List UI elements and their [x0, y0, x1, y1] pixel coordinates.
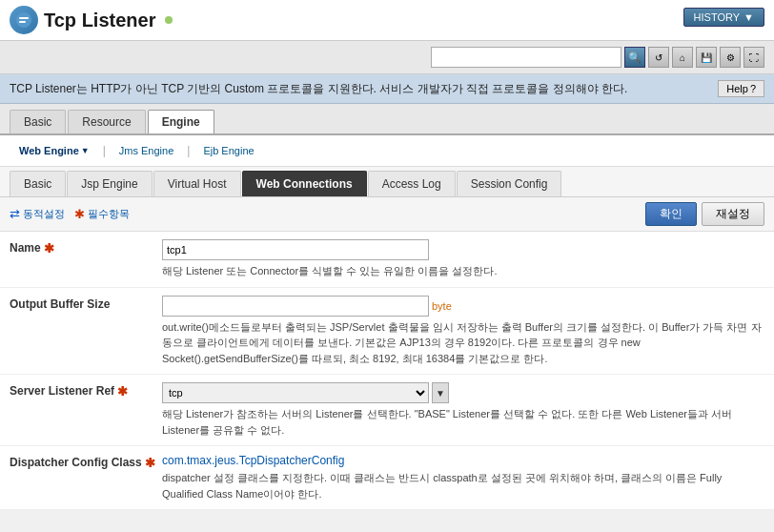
app-icon — [10, 6, 38, 34]
search-input[interactable] — [431, 47, 621, 68]
tab-separator-1: | — [103, 144, 106, 157]
output-buffer-size-label: Output Buffer Size — [10, 296, 162, 367]
engine-tabs: Web Engine ▼ | Jms Engine | Ejb Engine — [0, 135, 774, 167]
settings-button[interactable]: ⚙ — [720, 47, 741, 68]
confirm-button[interactable]: 확인 — [645, 202, 697, 226]
history-arrow-icon: ▼ — [743, 11, 754, 23]
sync-icon: ⇄ — [10, 207, 20, 221]
server-listener-label-text: Server Listener Ref — [10, 384, 114, 398]
tab-resource[interactable]: Resource — [68, 110, 145, 133]
dispatcher-config-value: com.tmax.jeus.TcpDispatcherConfig — [162, 454, 764, 467]
name-input[interactable] — [162, 239, 429, 260]
dispatcher-config-field: com.tmax.jeus.TcpDispatcherConfig dispat… — [162, 454, 764, 501]
dynamic-setting-label: 동적설정 — [23, 207, 65, 221]
jms-engine-label: Jms Engine — [119, 145, 173, 156]
help-icon: ? — [750, 83, 756, 94]
history-button[interactable]: HISTORY ▼ — [683, 8, 764, 27]
content-area: Name ✱ 해당 Listener 또는 Connector를 식별할 수 있… — [0, 232, 774, 510]
title-text: Tcp Listener — [44, 10, 155, 31]
search-bar: 🔍 ↺ ⌂ 💾 ⚙ ⛶ — [0, 41, 774, 74]
save-button[interactable]: 💾 — [696, 47, 717, 68]
dispatcher-config-description: dispatcher 설정 클래스를 지정한다. 이때 클래스는 반드시 cla… — [162, 470, 764, 501]
reset-button[interactable]: 재설정 — [702, 202, 764, 226]
output-buffer-field: byte out.write()메소드들로부터 출력되는 JSP/Servlet… — [162, 296, 764, 367]
wc-tab-jsp-engine[interactable]: Jsp Engine — [67, 171, 152, 196]
search-icon: 🔍 — [628, 51, 642, 64]
name-description: 해당 Listener 또는 Connector를 식별할 수 있는 유일한 이… — [162, 263, 764, 279]
help-button[interactable]: Help ? — [718, 80, 764, 97]
name-field: 해당 Listener 또는 Connector를 식별할 수 있는 유일한 이… — [162, 239, 764, 279]
required-fields-item[interactable]: ✱ 필수항목 — [74, 207, 130, 221]
dispatcher-config-label: Dispatcher Config Class ✱ — [10, 454, 162, 501]
expand-icon: ⛶ — [749, 52, 759, 63]
wc-tab-session-config[interactable]: Session Config — [457, 171, 562, 196]
svg-point-0 — [16, 12, 31, 28]
engine-tab-jms[interactable]: Jms Engine — [110, 141, 183, 160]
search-button[interactable]: 🔍 — [624, 47, 645, 68]
engine-tab-web[interactable]: Web Engine ▼ — [10, 141, 99, 160]
tab-separator-2: | — [187, 144, 190, 157]
toolbar: ⇄ 동적설정 ✱ 필수항목 확인 재설정 — [0, 197, 774, 232]
tab-basic[interactable]: Basic — [10, 110, 66, 133]
help-description: TCP Listener는 HTTP가 아닌 TCP 기반의 Custom 프로… — [10, 80, 708, 97]
output-buffer-input[interactable] — [162, 296, 429, 317]
server-listener-ref-label: Server Listener Ref ✱ — [10, 382, 162, 438]
tab-engine[interactable]: Engine — [148, 110, 214, 133]
dispatcher-required-star: ✱ — [145, 456, 155, 470]
byte-unit-label: byte — [432, 300, 452, 312]
save-icon: 💾 — [701, 52, 712, 63]
web-engine-arrow-icon: ▼ — [81, 146, 90, 155]
dispatcher-config-label-text: Dispatcher Config Class — [10, 456, 142, 469]
refresh-button[interactable]: ↺ — [648, 47, 669, 68]
dispatcher-config-class-row: Dispatcher Config Class ✱ com.tmax.jeus.… — [0, 446, 774, 510]
page-title: Tcp Listener — [10, 6, 173, 34]
expand-button[interactable]: ⛶ — [743, 47, 764, 68]
server-listener-field: tcp ▼ 해당 Listener가 참조하는 서버의 Listener를 선택… — [162, 382, 764, 438]
toolbar-left: ⇄ 동적설정 ✱ 필수항목 — [10, 207, 130, 221]
output-buffer-size-row: Output Buffer Size byte out.write()메소드들로… — [0, 288, 774, 376]
name-required-star: ✱ — [44, 241, 54, 256]
toolbar-right: 확인 재설정 — [645, 202, 764, 226]
server-listener-select[interactable]: tcp — [162, 382, 429, 403]
dynamic-setting-item[interactable]: ⇄ 동적설정 — [10, 207, 65, 221]
name-field-row: Name ✱ 해당 Listener 또는 Connector를 식별할 수 있… — [0, 232, 774, 288]
engine-tab-ejb[interactable]: Ejb Engine — [194, 141, 263, 160]
server-listener-required-star: ✱ — [117, 384, 128, 399]
help-bar: TCP Listener는 HTTP가 아닌 TCP 기반의 Custom 프로… — [0, 74, 774, 104]
web-connections-tabs: Basic Jsp Engine Virtual Host Web Connec… — [0, 167, 774, 197]
required-fields-label: 필수항목 — [88, 207, 130, 221]
settings-icon: ⚙ — [726, 52, 735, 63]
output-buffer-label-text: Output Buffer Size — [10, 297, 110, 311]
wc-tab-basic[interactable]: Basic — [10, 171, 66, 196]
ejb-engine-label: Ejb Engine — [203, 145, 254, 156]
svg-rect-2 — [19, 21, 26, 23]
select-wrapper: tcp ▼ — [162, 382, 764, 403]
web-engine-label: Web Engine — [19, 145, 79, 156]
server-listener-ref-row: Server Listener Ref ✱ tcp ▼ 해당 Listener가… — [0, 375, 774, 446]
wc-tab-virtual-host[interactable]: Virtual Host — [153, 171, 241, 196]
select-dropdown-icon[interactable]: ▼ — [432, 382, 449, 403]
name-label-text: Name — [10, 241, 41, 255]
main-tabs: Basic Resource Engine — [0, 104, 774, 135]
home-button[interactable]: ⌂ — [672, 47, 693, 68]
name-label: Name ✱ — [10, 239, 162, 279]
help-label: Help — [726, 83, 748, 94]
wc-tab-web-connections[interactable]: Web Connections — [242, 171, 367, 196]
server-listener-description: 해당 Listener가 참조하는 서버의 Listener를 선택한다. "B… — [162, 406, 764, 438]
header: Tcp Listener HISTORY ▼ — [0, 0, 774, 41]
output-buffer-description: out.write()메소드들로부터 출력되는 JSP/Servlet 출력물을… — [162, 319, 764, 367]
asterisk-icon: ✱ — [74, 207, 85, 221]
refresh-icon: ↺ — [655, 52, 662, 63]
status-dot — [165, 16, 173, 24]
wc-tab-access-log[interactable]: Access Log — [368, 171, 456, 196]
home-icon: ⌂ — [680, 52, 685, 63]
history-label: HISTORY — [694, 11, 741, 23]
svg-rect-1 — [19, 17, 29, 19]
